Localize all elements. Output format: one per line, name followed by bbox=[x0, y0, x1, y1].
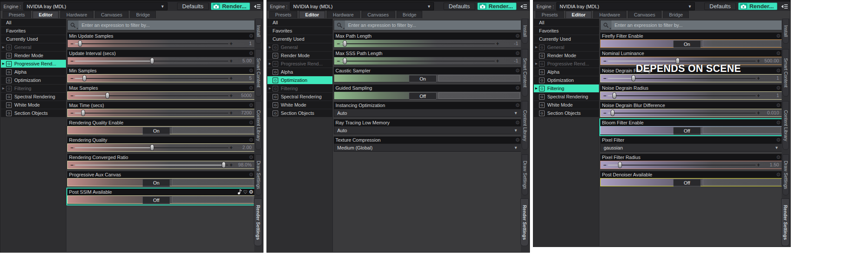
sidebar-item-optimization[interactable]: GOptimization bbox=[1, 76, 66, 84]
pane-menu-icon[interactable] bbox=[780, 3, 789, 10]
sidebar-item-spectral-rendering[interactable]: GSpectral Rendering bbox=[534, 93, 599, 101]
gear-icon[interactable]: ⚙ bbox=[249, 68, 253, 74]
dropdown-texture-compression[interactable]: Medium (Global)▼ bbox=[334, 143, 521, 152]
gear-icon[interactable]: ⚙ bbox=[249, 120, 253, 126]
sidebar-item-progressive-rend[interactable]: ▶GProgressive Rend... bbox=[267, 60, 332, 68]
side-tab-content-library[interactable]: Content Library bbox=[255, 101, 262, 150]
tab-bridge[interactable]: Bridge bbox=[663, 11, 689, 18]
tab-canvases[interactable]: Canvases bbox=[95, 11, 128, 18]
gear-icon[interactable]: ⚙ bbox=[515, 50, 520, 56]
toggle-button[interactable]: Off bbox=[409, 92, 437, 100]
tab-presets[interactable]: Presets bbox=[269, 11, 297, 18]
slider-track[interactable] bbox=[608, 61, 756, 62]
increment-button[interactable]: + bbox=[230, 75, 233, 82]
decrement-button[interactable]: − bbox=[70, 92, 73, 99]
gear-icon[interactable]: ⚙ bbox=[249, 102, 253, 108]
sidebar-item-all[interactable]: All bbox=[267, 19, 332, 27]
gear-icon[interactable]: ⚙ bbox=[515, 85, 520, 91]
toggle-button[interactable]: Off bbox=[673, 179, 701, 186]
defaults-button[interactable]: Defaults bbox=[444, 3, 475, 10]
gear-icon[interactable]: ⚙ bbox=[515, 137, 520, 143]
decrement-button[interactable]: − bbox=[70, 162, 73, 169]
sidebar-item-all[interactable]: All bbox=[1, 19, 66, 27]
tab-presets[interactable]: Presets bbox=[3, 11, 31, 18]
toggle-button[interactable]: On bbox=[409, 75, 437, 82]
gear-icon[interactable]: ⚙ bbox=[249, 33, 253, 39]
slider-thumb[interactable] bbox=[618, 162, 622, 168]
gear-icon[interactable]: ⚙ bbox=[776, 102, 781, 108]
slider-thumb[interactable] bbox=[222, 162, 226, 168]
slider-track[interactable] bbox=[608, 165, 756, 166]
tab-editor[interactable]: Editor bbox=[33, 11, 59, 18]
sidebar-item-currently-used[interactable]: Currently Used bbox=[534, 35, 599, 43]
gear-icon[interactable]: ⚙ bbox=[249, 50, 253, 56]
toggle-button[interactable]: On bbox=[673, 40, 701, 48]
engine-dropdown[interactable]: NVIDIA Iray (MDL)▼ bbox=[23, 2, 167, 10]
sidebar-item-section-objects[interactable]: GSection Objects bbox=[267, 109, 332, 117]
side-tab-smart-content[interactable]: Smart Content bbox=[783, 49, 789, 97]
sidebar-item-render-mode[interactable]: GRender Mode bbox=[267, 52, 332, 60]
gear-icon[interactable]: ⚙ bbox=[515, 68, 520, 74]
tab-hardware[interactable]: Hardware bbox=[60, 11, 93, 18]
slider-track[interactable] bbox=[342, 61, 495, 62]
decrement-button[interactable]: − bbox=[70, 110, 73, 117]
sidebar-item-section-objects[interactable]: GSection Objects bbox=[534, 109, 599, 117]
side-tab-draw-settings[interactable]: Draw Settings bbox=[522, 154, 528, 195]
decrement-button[interactable]: − bbox=[70, 40, 73, 47]
sidebar-item-spectral-rendering[interactable]: GSpectral Rendering bbox=[267, 93, 332, 101]
decrement-button[interactable]: − bbox=[603, 75, 606, 82]
slider-thumb[interactable] bbox=[105, 92, 109, 99]
decrement-button[interactable]: − bbox=[603, 110, 606, 117]
tab-editor[interactable]: Editor bbox=[299, 11, 325, 18]
gear-icon[interactable]: ⚙ bbox=[776, 120, 781, 126]
defaults-button[interactable]: Defaults bbox=[704, 3, 736, 10]
decrement-button[interactable]: − bbox=[337, 58, 340, 65]
gear-icon[interactable]: ⚙ bbox=[249, 137, 253, 143]
sidebar-item-currently-used[interactable]: Currently Used bbox=[267, 35, 332, 43]
render-button[interactable]: Render... bbox=[738, 3, 777, 10]
side-tab-content-library[interactable]: Content Library bbox=[522, 101, 528, 150]
render-button[interactable]: Render... bbox=[211, 3, 250, 10]
slider-track[interactable] bbox=[608, 113, 756, 114]
sidebar-item-white-mode[interactable]: GWhite Mode bbox=[1, 101, 66, 109]
dropdown-pixel-filter[interactable]: gaussian▼ bbox=[600, 143, 782, 152]
sidebar-item-favorites[interactable]: Favorites bbox=[267, 27, 332, 35]
toggle-button[interactable]: On bbox=[142, 179, 170, 186]
decrement-button[interactable]: − bbox=[603, 92, 606, 99]
slider-track[interactable] bbox=[342, 43, 495, 44]
filter-input[interactable] bbox=[612, 20, 782, 30]
sidebar-item-alpha[interactable]: GAlpha bbox=[534, 68, 599, 76]
slider-track[interactable] bbox=[75, 165, 228, 166]
sidebar-item-currently-used[interactable]: Currently Used bbox=[1, 35, 66, 43]
sidebar-item-filtering[interactable]: ▶GFiltering bbox=[534, 84, 599, 93]
increment-button[interactable]: + bbox=[230, 110, 233, 117]
sidebar-item-progressive-rend[interactable]: ▶GProgressive Rend... bbox=[534, 60, 599, 68]
increment-button[interactable]: + bbox=[230, 144, 233, 151]
favorite-heart-icon[interactable]: ♡ bbox=[243, 190, 247, 195]
sidebar-item-alpha[interactable]: GAlpha bbox=[1, 68, 66, 76]
sidebar-item-section-objects[interactable]: GSection Objects bbox=[1, 109, 66, 117]
slider-thumb[interactable] bbox=[78, 40, 82, 47]
decrement-button[interactable]: − bbox=[70, 144, 73, 151]
filter-input[interactable] bbox=[79, 20, 254, 30]
decrement-button[interactable]: − bbox=[337, 40, 340, 47]
sidebar-item-filtering[interactable]: ▶GFiltering bbox=[267, 84, 332, 93]
slider-track[interactable] bbox=[75, 113, 228, 114]
sidebar-item-general[interactable]: ▶GGeneral bbox=[534, 43, 599, 52]
sidebar-item-white-mode[interactable]: GWhite Mode bbox=[534, 101, 599, 109]
toggle-button[interactable]: Off bbox=[142, 196, 170, 204]
sidebar-item-optimization[interactable]: GOptimization bbox=[534, 76, 599, 84]
toggle-button[interactable]: Off bbox=[673, 127, 701, 134]
gear-icon[interactable]: ⚙ bbox=[776, 68, 781, 74]
note-icon[interactable] bbox=[237, 189, 242, 195]
dropdown-instancing-optimization[interactable]: Auto▼ bbox=[334, 109, 521, 117]
slider-thumb[interactable] bbox=[150, 144, 154, 151]
tab-editor[interactable]: Editor bbox=[566, 11, 592, 18]
sidebar-item-general[interactable]: ▶GGeneral bbox=[267, 43, 332, 52]
increment-button[interactable]: + bbox=[230, 58, 233, 65]
side-tab-install[interactable]: Install bbox=[255, 19, 262, 44]
increment-button[interactable]: + bbox=[757, 110, 760, 117]
tab-bridge[interactable]: Bridge bbox=[130, 11, 156, 18]
gear-icon[interactable]: ⚙ bbox=[776, 137, 781, 143]
increment-button[interactable]: + bbox=[230, 40, 233, 47]
